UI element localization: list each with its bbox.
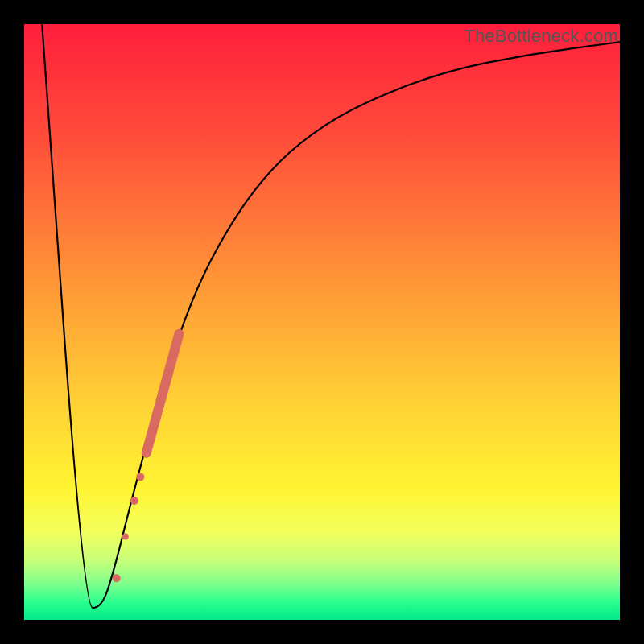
plot-area xyxy=(24,24,620,620)
highlight-segment xyxy=(147,334,180,453)
highlight-dot xyxy=(136,473,144,481)
bottleneck-curve xyxy=(42,24,620,608)
highlight-dot xyxy=(130,497,138,505)
chart-frame: TheBottleneck.com xyxy=(0,0,644,644)
highlight-dot xyxy=(113,574,121,582)
chart-svg xyxy=(24,24,620,620)
highlight-dot xyxy=(122,533,129,539)
